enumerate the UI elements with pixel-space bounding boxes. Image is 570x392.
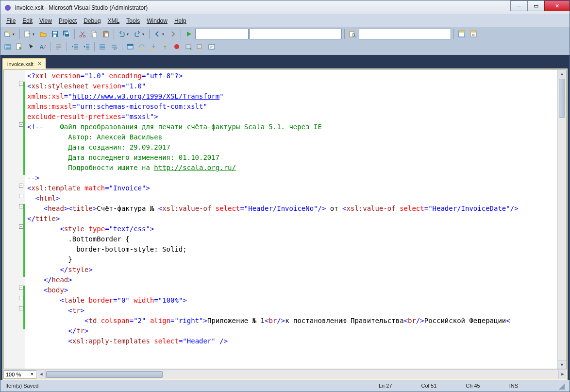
navigate-back-button[interactable]: ▼ [152,29,167,39]
menu-view[interactable]: View [36,17,55,25]
svg-rect-5 [53,32,57,34]
scroll-left-icon[interactable]: ◄ [37,370,46,379]
svg-point-32 [174,44,179,49]
word-wrap-button[interactable] [109,41,119,52]
new-window-button[interactable] [125,41,135,52]
copy-button[interactable] [89,29,100,39]
menu-bar: File Edit View Project Debug XML Tools W… [0,15,570,27]
start-debug-button[interactable] [184,29,194,39]
svg-rect-16 [105,33,108,37]
scroll-down-icon[interactable]: ▼ [558,360,566,369]
find-in-files-button[interactable] [347,29,358,39]
svg-point-29 [141,48,143,50]
pointer-button[interactable] [26,41,36,52]
comment-out-button[interactable] [53,41,64,52]
fold-toggle-icon[interactable]: − [19,286,23,290]
properties-button[interactable] [468,29,479,39]
svg-rect-22 [470,31,476,33]
step-over-button[interactable] [136,41,147,52]
status-message: Item(s) Saved [5,383,38,389]
svg-rect-26 [99,44,101,50]
fold-toggle-icon[interactable]: − [19,194,23,198]
menu-edit[interactable]: Edit [19,17,35,25]
toolbar-row-1: ▼ +▼ ▼ ▼ ▼ [2,28,568,40]
menu-project[interactable]: Project [56,17,80,25]
step-into-button[interactable] [148,41,159,52]
solution-platform-dropdown[interactable] [250,29,342,39]
svg-rect-34 [197,45,201,49]
editor-bottom-bar: 100 % ▼ ◄ ► [3,369,567,379]
increase-indent-button[interactable] [81,41,92,52]
svg-rect-6 [53,34,56,37]
toolbar-row-2: A [2,40,568,53]
fold-toggle-icon[interactable]: − [19,296,23,300]
scroll-up-icon[interactable]: ▲ [558,70,566,78]
step-out-button[interactable] [160,41,170,52]
watch-button[interactable] [195,41,205,52]
svg-point-31 [164,43,166,45]
scroll-thumb[interactable] [559,79,565,118]
menu-tools[interactable]: Tools [123,17,143,25]
window-controls: ─ ▭ ✕ [511,0,570,15]
scroll-right-icon[interactable]: ► [558,370,567,379]
title-bar: invoice.xslt - Microsoft Visual Studio (… [0,0,570,15]
zoom-value: 100 % [6,372,21,377]
svg-rect-17 [350,32,354,37]
menu-window[interactable]: Window [144,17,170,25]
zoom-dropdown[interactable]: 100 % ▼ [3,370,36,379]
format-block-button[interactable] [97,41,108,52]
menu-file[interactable]: File [3,17,18,25]
save-button[interactable] [50,29,60,39]
maximize-button[interactable]: ▭ [527,0,545,11]
horizontal-scrollbar[interactable]: ◄ ► [37,370,567,379]
scroll-thumb[interactable] [46,371,163,378]
cut-button[interactable] [77,29,88,39]
xslt-debug-button[interactable] [14,41,25,52]
svg-rect-28 [127,44,133,46]
svg-point-30 [152,48,154,50]
menu-debug[interactable]: Debug [81,17,103,25]
status-insert-mode: INS [509,383,518,389]
run-to-button[interactable] [183,41,194,52]
undo-button[interactable]: ▼ [117,29,131,39]
new-project-button[interactable]: ▼ [2,29,17,39]
add-item-button[interactable]: +▼ [22,29,37,39]
vs-logo-icon [3,3,12,12]
fold-toggle-icon[interactable]: − [19,122,23,127]
close-button[interactable]: ✕ [544,0,570,11]
svg-text:A: A [40,44,43,50]
toolbar-area: ▼ +▼ ▼ ▼ ▼ A [0,27,570,55]
chevron-down-icon: ▼ [30,372,34,376]
document-tab-active[interactable]: invoice.xslt ✕ [2,58,46,68]
output-button[interactable] [206,41,217,52]
svg-rect-1 [8,31,11,34]
save-all-button[interactable] [61,29,72,39]
resize-grip-icon[interactable] [557,382,565,390]
show-tree-button[interactable] [2,41,13,52]
code-editor[interactable]: <?xml version="1.0" encoding="utf-8"?> <… [25,70,557,369]
svg-rect-20 [459,31,465,33]
open-button[interactable] [38,29,49,39]
redo-button[interactable]: ▼ [132,29,147,39]
solution-config-dropdown[interactable] [195,29,249,39]
fold-toggle-icon[interactable]: − [19,82,23,86]
vertical-scrollbar[interactable]: ▲ ▼ [557,70,566,369]
find-combo[interactable] [359,29,451,39]
text-format-button[interactable]: A [37,41,48,52]
fold-toggle-icon[interactable]: − [19,306,23,310]
breakpoint-button[interactable] [171,41,182,52]
svg-text:+: + [28,31,31,36]
solution-explorer-button[interactable] [456,29,467,39]
editor-surface: − − − − − − − − − <?xml version="1.0" en… [3,69,567,369]
navigate-forward-button[interactable] [168,29,178,39]
tab-close-icon[interactable]: ✕ [37,61,42,67]
minimize-button[interactable]: ─ [510,0,528,11]
menu-help[interactable]: Help [171,17,189,25]
svg-rect-9 [66,33,68,34]
decrease-indent-button[interactable] [69,41,80,52]
paste-button[interactable] [101,29,111,39]
fold-toggle-icon[interactable]: − [19,184,23,188]
fold-toggle-icon[interactable]: − [19,224,23,229]
fold-toggle-icon[interactable]: − [19,204,23,208]
menu-xml[interactable]: XML [105,17,123,25]
